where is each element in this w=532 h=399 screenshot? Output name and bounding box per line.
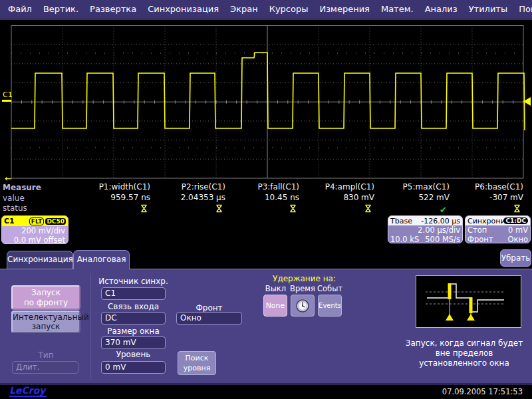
measure-status-pending-icon [140,203,148,213]
trigger-level-value: 0 mV [508,225,528,235]
dc50-badge: DC50 [45,218,66,225]
timebase-descriptor[interactable]: Tbase -126.00 µs 2.00 µs/div 10.0 kS500 … [388,215,463,243]
holdoff-event-label: Событ [317,284,342,293]
source-label: Источник синхр. [93,277,174,286]
level-field[interactable]: 0 mV [101,361,166,374]
close-dialog-button[interactable]: Убрать [500,249,531,267]
menubar: ФайлВертик.РазверткаСинхронизацияЭкранКу… [0,0,532,20]
holdoff-time-label: Время [290,284,315,293]
holdoff-events-button[interactable]: Events [318,295,342,317]
menu-item-trigger[interactable]: Синхронизация [148,4,219,14]
smart-trigger-line1: Интелектуальный [13,313,79,322]
measure-label: P2:rise(C1) [182,182,225,192]
tab-analog[interactable]: Аналоговая [73,250,130,269]
oscilloscope-screen: ФайлВертик.РазверткаСинхронизацияЭкранКу… [0,0,532,399]
slope-field[interactable]: Окно [176,312,242,325]
window-size-label: Размер окна [93,327,174,336]
measure-status-pending-icon [513,203,521,213]
measure-status-pending-icon [289,203,297,213]
source-field[interactable]: C1 [101,287,166,300]
measure-value: -307 mV [489,193,523,202]
measure-label: P5:max(C1) [403,182,450,192]
measure-label: P4:ampl(C1) [325,182,374,192]
trigger-level-arrow [523,97,531,106]
measure-column-p3: P3:fall(C1)10.45 ns [225,182,301,215]
trigger-source-badge: C1:DC [503,217,528,224]
menu-item-analysis[interactable]: Анализ [425,4,458,14]
window-size-field[interactable]: 370 mV [101,336,166,349]
caption-line3: установленного окна [399,358,529,368]
type-field[interactable]: Длит. [12,361,78,374]
edge-trigger-line2: по фронту [13,298,79,308]
status-row-header: status [3,203,27,213]
measure-value: 10.45 ns [265,193,299,202]
menu-item-measure[interactable]: Измерения [319,4,369,14]
window-trigger-diagram-svg [416,276,521,327]
timebase-samples: 10.0 kS [390,235,419,243]
timebase-rate: 500 MS/s [425,235,460,243]
trigger-descriptor[interactable]: Синхрониза C1:DC Стоп0 mV ФронтОкно [465,215,531,243]
measure-status-pending-icon [364,203,372,213]
menu-item-timebase[interactable]: Развертка [90,4,136,14]
measure-status-pending-icon [215,203,223,213]
timebase-scale: 2.00 µs/div [418,225,460,235]
holdoff-off-label: Выкл [263,284,288,293]
measure-value: 522 mV [418,193,450,202]
measure-label: P3:fall(C1) [257,182,299,192]
measure-value: 2.04353 µs [181,193,225,202]
holdoff-title: Удержание на: [263,274,346,283]
measure-column-p6: P6:base(C1)-307 mV [450,182,525,215]
smart-trigger-button[interactable]: Интелектуальный запуск [11,311,80,333]
menu-item-file[interactable]: Файл [8,4,32,14]
measure-label: P6:base(C1) [475,182,523,192]
timebase-offset: -126.00 µs [421,217,460,225]
find-level-button[interactable]: Поиск уровня [178,351,216,375]
trigger-time-arrow: ← [5,174,12,184]
measure-row-header: Measure [3,183,41,192]
flt-badge: FLT [29,217,45,225]
type-label: Тип [11,350,80,360]
graticule-border [11,26,523,179]
menu-item-math[interactable]: Матем. [381,4,414,14]
lecroy-logo: LeCroy [9,385,47,397]
timebase-label: Tbase [390,217,412,225]
trigger-mode-label: Стоп [467,225,487,235]
menu-item-cursors[interactable]: Курсоры [269,4,309,14]
window-trigger-diagram [416,275,521,328]
channel-c1-header: C1 FLT DC50 [2,216,68,226]
trigger-slope-label: Фронт [467,235,493,243]
menu-item-help[interactable]: Помощь [519,4,532,14]
trigger-dialog-panel: Запуск по фронту Интелектуальный запуск … [0,269,532,385]
measure-value: 830 mV [343,193,374,202]
measure-column-p5: P5:max(C1)522 mV✔ [376,182,451,215]
coupling-field[interactable]: DC [101,312,166,325]
channel-c1-scale: 200 mV/div [2,226,68,235]
coupling-label: Связь входа [93,302,174,311]
find-level-line2: уровня [178,363,215,373]
statusbar: LeCroy 07.09.2005 17:51:53 [0,384,532,399]
datetime: 07.09.2005 17:51:53 [442,387,523,396]
holdoff-time-button[interactable] [291,295,315,317]
channel-c1-zero-marker [2,100,11,102]
channel-c1-descriptor[interactable]: C1 FLT DC50 200 mV/div 0.0 mV offset [1,215,68,244]
channel-c1-label: C1 [4,217,28,225]
level-label: Уровень [93,350,174,359]
edge-trigger-button[interactable]: Запуск по фронту [11,285,80,310]
menu-item-vertical[interactable]: Вертик. [43,4,78,14]
menu-item-utilities[interactable]: Утилиты [469,4,508,14]
menu-item-display[interactable]: Экран [230,4,258,14]
edge-trigger-line1: Запуск [13,288,79,298]
slope-label: Фронт [176,303,242,313]
channel-c1-position-label: C1 [3,90,13,99]
holdoff-none-button[interactable]: None [263,295,287,317]
caption-line2: вне пределов [399,348,529,358]
trigger-label: Синхрониза [467,217,503,225]
value-row-header: value [3,194,25,203]
find-level-line1: Поиск [178,353,215,363]
panel-divider [90,273,90,378]
measure-label: P1:width(C1) [99,182,150,192]
measure-column-p4: P4:ampl(C1)830 mV [301,182,376,215]
tab-sync[interactable]: Синхронизация [7,251,73,269]
caption-line1: Запуск, когда сигнал будет [399,338,529,348]
clock-icon [295,299,310,313]
